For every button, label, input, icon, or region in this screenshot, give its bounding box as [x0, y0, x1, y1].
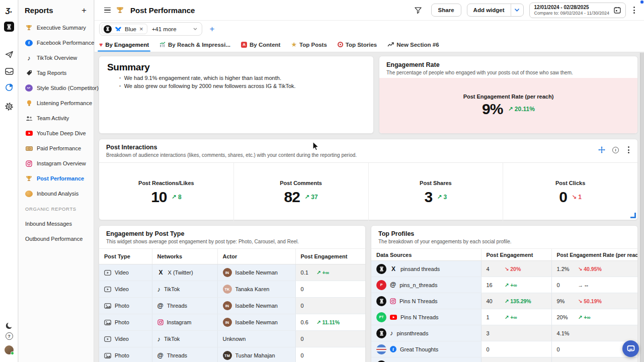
table-row[interactable]: P@pins_n_threads 16↗ +∞ 0→ --	[371, 277, 637, 293]
profile-avatar	[376, 296, 386, 306]
video-icon	[104, 336, 111, 342]
team-icon	[25, 116, 33, 121]
sidebar-item-youtube-deep-dive[interactable]: YouTube Deep Dive	[19, 126, 94, 141]
table-row[interactable]: Pins N Threads 40↗ 135.29% 9%↘ 50.19%	[371, 293, 637, 309]
tiktok-icon: ♪	[157, 336, 161, 342]
summary-bullets: We had 9.1% engagement rate, which is hi…	[107, 74, 365, 90]
facebook-icon: f	[25, 40, 33, 46]
photo-icon	[104, 353, 111, 358]
table-row[interactable]: Photo Instagram INIsabelle Newman 0.6↗ 1…	[99, 314, 365, 331]
date-range: 12/01/2024 - 02/28/2025	[534, 5, 609, 10]
sidebar-item-outbound-performance[interactable]: Outbound Performance	[19, 231, 94, 246]
engagement-by-post-type-widget[interactable]: Engagement by Post Type This widget show…	[99, 225, 366, 362]
top-profiles-widget[interactable]: Top Profiles The breakdown of your engag…	[371, 225, 638, 362]
filter-chip-label: Blue	[125, 26, 136, 32]
app-logo: ʒ.	[0, 5, 18, 15]
tab-by-content[interactable]: A By Content	[241, 37, 280, 52]
publishing-icon[interactable]	[0, 51, 18, 58]
instagram-icon	[25, 160, 33, 167]
page-title: Post Performance	[130, 6, 195, 15]
main-area: Post Performance Share Add widget 12/01/…	[95, 0, 644, 362]
sidebar-item-style-studio[interactable]: Style Studio (Competitor)	[19, 80, 94, 96]
move-widget-icon[interactable]	[598, 146, 605, 153]
table-row[interactable]: fPins N Threads	[371, 357, 637, 362]
engagement-rate-widget[interactable]: Engagement Rate The percentage of people…	[379, 56, 638, 134]
summary-widget[interactable]: Summary We had 9.1% engagement rate, whi…	[99, 56, 374, 134]
threads-icon: @	[390, 282, 396, 288]
widget-title: Top Profiles	[378, 230, 630, 237]
workspace-avatar[interactable]	[0, 22, 18, 32]
chevron-down-icon[interactable]	[193, 28, 197, 30]
info-icon[interactable]: i	[612, 147, 619, 153]
table-header-row: Data Sources Post Engagement Post Engage…	[371, 249, 637, 261]
table-row[interactable]: ♪pinsnthreads 3 4.1%	[371, 325, 637, 341]
sidebar-item-inbound-analysis[interactable]: Inbound Analysis	[19, 186, 94, 201]
reports-icon[interactable]	[0, 83, 18, 92]
filter-chip-blue[interactable]: Blue ×	[102, 24, 147, 34]
user-avatar[interactable]	[0, 345, 18, 354]
tab-by-reach-impressions[interactable]: By Reach & Impressi...	[159, 37, 230, 52]
profile-avatar	[104, 25, 112, 33]
metric-post-reactions: Post Reactions/Likes 10 ↗ 8	[99, 163, 233, 222]
table-row[interactable]: Video ♪TikTok TKTanaka Karen 0	[99, 281, 365, 298]
compare-range: Compare to: 09/02/2024 - 11/30/2024	[534, 11, 609, 16]
sidebar-item-tiktok-overview[interactable]: ♪ TikTok Overview	[19, 50, 94, 65]
chat-support-button[interactable]	[622, 340, 639, 357]
tab-new-section-6[interactable]: New Section #6	[387, 37, 439, 52]
letter-a-icon: A	[241, 42, 247, 48]
sidebar-title: Reports	[25, 6, 53, 15]
more-options-icon[interactable]	[631, 5, 637, 16]
sidebar-item-listening-performance[interactable]: Listening Performance	[19, 96, 94, 111]
help-icon[interactable]: ?	[0, 332, 18, 340]
workspace-avatar-glyph	[4, 22, 14, 32]
sidebar-item-tag-reports[interactable]: Tag Reports	[19, 65, 94, 80]
menu-icon[interactable]	[104, 8, 111, 13]
tab-top-stories[interactable]: Top Stories	[338, 37, 377, 52]
metric-label: Post Engagement Rate (per reach)	[463, 94, 554, 100]
add-filter-button[interactable]: +	[210, 24, 215, 34]
dark-mode-icon[interactable]	[0, 322, 18, 329]
table-row[interactable]: Xpinsand threads 4↘ 20% 1.2%↘ 40.95%	[371, 261, 637, 277]
settings-icon[interactable]	[0, 103, 18, 111]
add-widget-button[interactable]: Add widget	[467, 4, 511, 16]
chevron-down-icon[interactable]	[511, 4, 523, 16]
sidebar-item-facebook-performance[interactable]: f Facebook Performance	[19, 35, 94, 50]
widget-subtitle: Breakdown of audience interactions (like…	[106, 152, 630, 158]
sidebar-item-paid-performance[interactable]: Paid Performance	[19, 141, 94, 156]
date-range-picker[interactable]: 12/01/2024 - 02/28/2025 Compare to: 09/0…	[529, 3, 626, 18]
table-row[interactable]: Video ♪TikTok Unknown 0	[99, 331, 365, 347]
widget-title: Post Interactions	[106, 144, 630, 151]
post-interactions-widget[interactable]: Post Interactions Breakdown of audience …	[99, 139, 638, 220]
sidebar-section-label: ORGANIC REPORTS	[19, 201, 94, 216]
instagram-icon	[390, 298, 396, 304]
sidebar-item-executive-summary[interactable]: Executive Summary	[19, 20, 94, 35]
widget-menu-icon[interactable]	[626, 144, 631, 155]
add-report-button[interactable]: +	[82, 7, 87, 14]
widget-resize-handle[interactable]	[630, 213, 636, 218]
table-row[interactable]: Photo @Threads TMTushar Mahajan 0	[99, 347, 365, 362]
filter-icon[interactable]	[415, 7, 422, 14]
star-icon: ★	[291, 41, 297, 48]
table-row[interactable]: Photo @Threads INIsabelle Newman 0	[99, 298, 365, 314]
sidebar-item-inbound-messages[interactable]: Inbound Messages	[19, 216, 94, 231]
tab-top-posts[interactable]: ★ Top Posts	[291, 37, 327, 52]
filter-bar: Blue × +41 more +	[95, 21, 644, 37]
trend-icon	[387, 42, 394, 47]
table-row[interactable]: fGreat Thoughts 0 0	[371, 341, 637, 357]
reports-sidebar: Reports + Executive Summary f Facebook P…	[19, 0, 94, 362]
share-button[interactable]: Share	[431, 4, 461, 17]
profile-filter[interactable]: Blue × +41 more	[99, 22, 202, 36]
tab-by-engagement[interactable]: ♥ By Engagement	[99, 37, 149, 52]
close-icon[interactable]: ×	[139, 26, 143, 32]
table-row[interactable]: Video XX (Twitter) INIsabelle Newman 0.1…	[99, 264, 365, 281]
table-row[interactable]: PTPins N Threads 1↗ +∞ 20%↗ +∞	[371, 309, 637, 325]
heart-icon: ♥	[99, 41, 103, 48]
scrollbar[interactable]	[640, 53, 644, 362]
avatar: IN	[223, 268, 232, 277]
sidebar-item-team-activity[interactable]: Team Activity	[19, 111, 94, 126]
engagement-rate-panel: Post Engagement Rate (per reach) 9% ↗ 20…	[379, 78, 637, 133]
sidebar-item-post-performance[interactable]: Post Performance	[19, 171, 94, 186]
inbox-icon[interactable]	[0, 68, 18, 75]
more-filters-dropdown[interactable]: +41 more	[152, 26, 177, 32]
sidebar-item-instagram-overview[interactable]: Instagram Overview	[19, 156, 94, 171]
